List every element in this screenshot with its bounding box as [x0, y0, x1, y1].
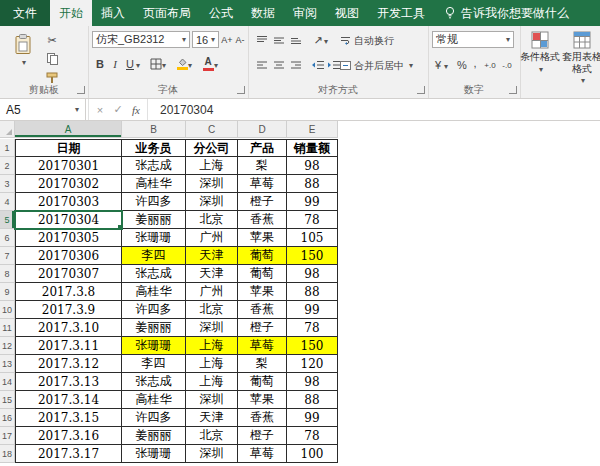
cell-B5[interactable]: 姜丽丽: [122, 211, 186, 229]
cell-E13[interactable]: 120: [287, 355, 338, 373]
font-color-caret[interactable]: ▾: [214, 61, 218, 70]
column-header-D[interactable]: D: [238, 121, 287, 138]
currency-format-button[interactable]: ¥: [432, 57, 444, 73]
row-header-11[interactable]: 11: [0, 319, 15, 337]
row-header-15[interactable]: 15: [0, 391, 15, 409]
cancel-icon[interactable]: ×: [91, 104, 109, 116]
decrease-font-button[interactable]: A-: [232, 32, 248, 48]
align-bottom-button[interactable]: [288, 32, 304, 48]
cell-D11[interactable]: 橙子: [238, 319, 287, 337]
cell-C13[interactable]: 上海: [186, 355, 238, 373]
cell-C1[interactable]: 分公司: [186, 139, 238, 157]
align-top-button[interactable]: [254, 32, 270, 48]
tab-审阅[interactable]: 审阅: [284, 0, 326, 26]
cell-B17[interactable]: 姜丽丽: [122, 427, 186, 445]
cell-E1[interactable]: 销量额: [287, 139, 338, 157]
cell-E3[interactable]: 88: [287, 175, 338, 193]
row-header-9[interactable]: 9: [0, 283, 15, 301]
column-header-B[interactable]: B: [122, 121, 186, 138]
cell-A15[interactable]: 2017.3.14: [15, 391, 122, 409]
cell-A14[interactable]: 2017.3.13: [15, 373, 122, 391]
row-header-4[interactable]: 4: [0, 193, 15, 211]
tab-数据[interactable]: 数据: [242, 0, 284, 26]
column-header-E[interactable]: E: [287, 121, 338, 138]
cell-B18[interactable]: 张珊珊: [122, 445, 186, 463]
cell-A16[interactable]: 2017.3.15: [15, 409, 122, 427]
cell-B4[interactable]: 许四多: [122, 193, 186, 211]
cell-A1[interactable]: 日期: [15, 139, 122, 157]
number-format-combo[interactable]: 常规▾: [432, 31, 514, 48]
cell-A12[interactable]: 2017.3.11: [15, 337, 122, 355]
underline-dropdown-caret[interactable]: ▾: [136, 61, 140, 70]
insert-function-icon[interactable]: fx: [127, 104, 145, 116]
cell-B6[interactable]: 张珊珊: [122, 229, 186, 247]
tab-开发工具[interactable]: 开发工具: [368, 0, 434, 26]
italic-button[interactable]: I: [107, 56, 123, 72]
cell-B10[interactable]: 许四多: [122, 301, 186, 319]
row-header-3[interactable]: 3: [0, 175, 15, 193]
font-dialog-launcher[interactable]: [237, 86, 245, 94]
cell-E16[interactable]: 99: [287, 409, 338, 427]
alignment-dialog-launcher[interactable]: [417, 86, 425, 94]
cell-A7[interactable]: 20170306: [15, 247, 122, 265]
cell-C9[interactable]: 广州: [186, 283, 238, 301]
cell-D7[interactable]: 葡萄: [238, 247, 287, 265]
tell-me-search[interactable]: 告诉我你想要做什么: [444, 0, 569, 26]
currency-format-caret[interactable]: ▾: [444, 62, 448, 71]
cell-A5[interactable]: 20170304: [15, 211, 122, 229]
cell-D3[interactable]: 草莓: [238, 175, 287, 193]
cell-A18[interactable]: 2017.3.17: [15, 445, 122, 463]
percent-format-button[interactable]: %: [456, 57, 468, 73]
cell-D8[interactable]: 葡萄: [238, 265, 287, 283]
row-header-16[interactable]: 16: [0, 409, 15, 427]
tab-文件[interactable]: 文件: [0, 0, 50, 26]
cell-C3[interactable]: 深圳: [186, 175, 238, 193]
column-header-A[interactable]: A: [15, 121, 122, 138]
row-header-2[interactable]: 2: [0, 157, 15, 175]
cell-E5[interactable]: 78: [287, 211, 338, 229]
cell-C2[interactable]: 上海: [186, 157, 238, 175]
cell-E17[interactable]: 78: [287, 427, 338, 445]
cell-C5[interactable]: 北京: [186, 211, 238, 229]
align-center-button[interactable]: [271, 57, 287, 73]
cell-D4[interactable]: 橙子: [238, 193, 287, 211]
cell-B11[interactable]: 姜丽丽: [122, 319, 186, 337]
cell-B8[interactable]: 张志成: [122, 265, 186, 283]
cell-A8[interactable]: 20170307: [15, 265, 122, 283]
tab-开始[interactable]: 开始: [50, 0, 92, 26]
cell-C17[interactable]: 北京: [186, 427, 238, 445]
formula-input[interactable]: 20170304: [160, 103, 213, 117]
copy-button[interactable]: [44, 51, 60, 67]
cell-C11[interactable]: 深圳: [186, 319, 238, 337]
cell-D17[interactable]: 橙子: [238, 427, 287, 445]
column-header-C[interactable]: C: [186, 121, 238, 138]
cell-A11[interactable]: 2017.3.10: [15, 319, 122, 337]
merge-center-button[interactable]: 合并后居中 ▾: [340, 57, 413, 74]
borders-dropdown-caret[interactable]: ▾: [162, 61, 166, 70]
cell-B7[interactable]: 李四: [122, 247, 186, 265]
cell-C16[interactable]: 天津: [186, 409, 238, 427]
cell-D13[interactable]: 梨: [238, 355, 287, 373]
conditional-formatting-button[interactable]: 条件格式 ▾: [520, 29, 560, 91]
row-header-8[interactable]: 8: [0, 265, 15, 283]
cell-E9[interactable]: 88: [287, 283, 338, 301]
row-header-5[interactable]: 5: [0, 211, 15, 229]
tab-插入[interactable]: 插入: [92, 0, 134, 26]
cell-D15[interactable]: 苹果: [238, 391, 287, 409]
cell-D12[interactable]: 草莓: [238, 337, 287, 355]
name-box[interactable]: A5 ▾: [0, 99, 86, 120]
cell-E11[interactable]: 78: [287, 319, 338, 337]
row-header-14[interactable]: 14: [0, 373, 15, 391]
font-size-combo[interactable]: 16▾: [192, 31, 219, 48]
cell-A3[interactable]: 20170302: [15, 175, 122, 193]
cell-E12[interactable]: 150: [287, 337, 338, 355]
cell-B13[interactable]: 李四: [122, 355, 186, 373]
cell-B3[interactable]: 高桂华: [122, 175, 186, 193]
increase-decimal-button[interactable]: +.0: [482, 57, 498, 73]
row-header-7[interactable]: 7: [0, 247, 15, 265]
decrease-indent-button[interactable]: [310, 57, 326, 73]
cell-C12[interactable]: 上海: [186, 337, 238, 355]
cell-E15[interactable]: 88: [287, 391, 338, 409]
align-left-button[interactable]: [254, 57, 270, 73]
cell-D10[interactable]: 香蕉: [238, 301, 287, 319]
